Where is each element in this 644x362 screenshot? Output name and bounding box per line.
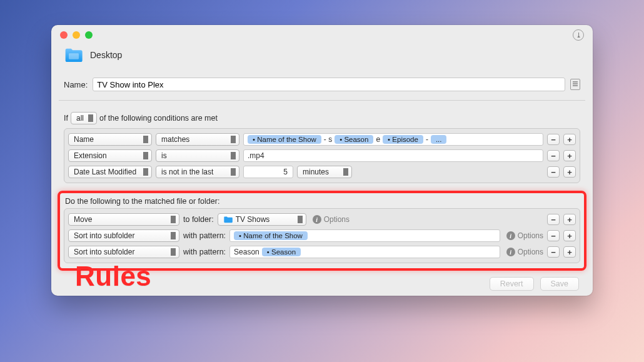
pattern-field[interactable]: • Name of the Show — [229, 229, 500, 242]
add-condition-button[interactable]: + — [563, 150, 576, 161]
joiner-text: to folder: — [183, 215, 214, 224]
remove-condition-button[interactable]: − — [547, 150, 560, 161]
options-button[interactable]: i Options — [506, 231, 543, 240]
match-mode-select[interactable]: all — [71, 112, 97, 124]
condition-row: Extension is .mp4 − + — [68, 148, 576, 164]
conditions-label: If all of the following conditions are m… — [64, 112, 580, 124]
folder-icon — [223, 216, 233, 223]
condition-row: Date Last Modified is not in the last 5 … — [68, 164, 576, 180]
add-action-button[interactable]: + — [563, 246, 576, 258]
literal-text: e — [376, 135, 380, 144]
action-select[interactable]: Sort into subfolder — [68, 246, 179, 258]
token-ellipsis[interactable]: ... — [431, 135, 447, 144]
conditions-rows: Name matches • Name of the Show - s • Se… — [64, 128, 580, 183]
token-name-of-show[interactable]: • Name of the Show — [248, 135, 321, 144]
match-pattern-field[interactable]: • Name of the Show - s • Season e • Epis… — [243, 133, 543, 146]
add-action-button[interactable]: + — [563, 230, 576, 241]
info-icon: i — [506, 231, 515, 240]
remove-action-button[interactable]: − — [547, 230, 560, 241]
token-season[interactable]: • Season — [335, 135, 373, 144]
revert-button[interactable]: Revert — [490, 277, 534, 291]
options-button[interactable]: i Options — [313, 215, 350, 224]
minimize-icon[interactable] — [73, 31, 80, 39]
info-icon: i — [313, 215, 321, 224]
action-select[interactable]: Sort into subfolder — [68, 229, 179, 242]
unit-select[interactable]: minutes — [297, 166, 352, 178]
download-icon[interactable]: ⤓ — [573, 29, 584, 41]
remove-condition-button[interactable]: − — [547, 134, 560, 145]
context-label: Desktop — [90, 50, 122, 60]
window-traffic-lights — [60, 31, 93, 39]
destination-folder-select[interactable]: TV Shows — [218, 213, 306, 226]
action-row: Sort into subfolder with pattern: Season… — [68, 244, 576, 260]
name-label: Name: — [64, 80, 88, 89]
add-condition-button[interactable]: + — [563, 166, 576, 178]
action-row: Move to folder: TV Shows i Options − + — [68, 211, 576, 228]
token-episode[interactable]: • Episode — [383, 135, 423, 144]
annotation-overlay: Rules — [75, 261, 151, 292]
info-icon: i — [506, 248, 515, 256]
rule-editor-window: ⤓ Desktop Name: If all of the following … — [51, 25, 593, 296]
operator-select[interactable]: is not in the last — [156, 166, 239, 178]
remove-action-button[interactable]: − — [547, 214, 560, 225]
context-header: Desktop — [51, 25, 593, 66]
remove-action-button[interactable]: − — [547, 246, 560, 258]
if-text: If — [64, 114, 68, 123]
token-name-of-show[interactable]: • Name of the Show — [234, 231, 308, 240]
action-row: Sort into subfolder with pattern: • Name… — [68, 228, 576, 244]
value-field[interactable]: .mp4 — [243, 149, 543, 162]
add-action-button[interactable]: + — [563, 214, 576, 225]
options-button[interactable]: i Options — [506, 248, 543, 256]
attr-select[interactable]: Extension — [68, 149, 152, 162]
add-condition-button[interactable]: + — [563, 134, 576, 145]
name-row: Name: — [51, 66, 593, 100]
actions-label: Do the following to the matched file or … — [65, 197, 580, 206]
svg-rect-0 — [69, 53, 79, 59]
remove-condition-button[interactable]: − — [547, 166, 560, 178]
condition-row: Name matches • Name of the Show - s • Se… — [68, 131, 576, 148]
action-select[interactable]: Move — [68, 213, 179, 226]
token-season[interactable]: • Season — [262, 248, 301, 256]
folder-icon — [64, 45, 84, 65]
conditions-suffix: of the following conditions are met — [99, 114, 218, 123]
literal-text: - — [426, 135, 428, 144]
divider — [59, 100, 585, 101]
conditions-section: If all of the following conditions are m… — [59, 107, 585, 187]
operator-select[interactable]: is — [156, 149, 239, 162]
joiner-text: with pattern: — [183, 231, 226, 240]
operator-select[interactable]: matches — [156, 133, 239, 146]
notes-icon[interactable] — [570, 79, 580, 90]
actions-rows: Move to folder: TV Shows i Options − + — [64, 208, 580, 263]
save-button[interactable]: Save — [540, 277, 580, 291]
joiner-text: with pattern: — [183, 248, 226, 256]
literal-text: - s — [324, 135, 332, 144]
literal-text: Season — [234, 248, 259, 256]
maximize-icon[interactable] — [85, 31, 93, 39]
rule-name-input[interactable] — [93, 78, 565, 91]
number-field[interactable]: 5 — [243, 166, 293, 178]
attr-select[interactable]: Date Last Modified — [68, 166, 152, 178]
attr-select[interactable]: Name — [68, 133, 152, 146]
close-icon[interactable] — [60, 31, 68, 39]
actions-section: Do the following to the matched file or … — [58, 191, 586, 271]
pattern-field[interactable]: Season • Season — [229, 246, 500, 258]
